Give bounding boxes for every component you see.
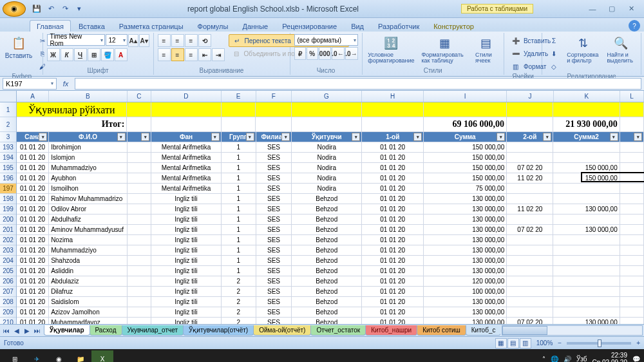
cell[interactable]: 01 01 20 [17, 153, 49, 163]
cell[interactable] [128, 194, 151, 204]
last-sheet-button[interactable]: ⏭ [32, 325, 43, 336]
cell[interactable]: SES [256, 214, 292, 225]
clock[interactable]: 22:39 Ср 02.09.20 [592, 352, 628, 362]
excel-taskbar-icon[interactable]: X [91, 350, 113, 362]
cell[interactable]: Behzod [292, 266, 362, 276]
cell[interactable]: SES [256, 266, 292, 276]
cell[interactable]: 1 [222, 142, 256, 153]
office-button[interactable]: ◉ [3, 1, 26, 17]
fill-color-button[interactable]: 🪣 [101, 48, 114, 61]
tab-data[interactable]: Данные [236, 21, 274, 32]
cell[interactable]: Muhammadziyo [49, 163, 128, 173]
sheet-tab[interactable]: Ойма-ой(отчёт) [253, 325, 311, 336]
cell[interactable]: 1 [222, 184, 256, 194]
grow-font-button[interactable]: A▴ [128, 34, 138, 47]
cell[interactable] [553, 276, 620, 287]
cell[interactable] [507, 194, 553, 204]
cell[interactable]: Ingliz tili [151, 225, 222, 235]
cell[interactable] [620, 245, 644, 256]
col-header[interactable]: B [49, 91, 128, 102]
cell[interactable]: 01 01 20 [17, 225, 49, 235]
tab-review[interactable]: Рецензирование [276, 21, 343, 32]
cell[interactable] [151, 117, 222, 132]
cell[interactable]: Nodira [292, 173, 362, 184]
cell[interactable]: Ingliz tili [151, 276, 222, 287]
col-header[interactable]: J [507, 91, 553, 102]
cell[interactable]: 130 000,00 [424, 235, 507, 245]
volume-icon[interactable]: 🔊 [564, 356, 571, 363]
start-button[interactable]: ⊞ [4, 350, 26, 362]
cell[interactable] [620, 184, 644, 194]
column-headers[interactable]: ABCDEFGHIJKL [17, 91, 644, 102]
cell[interactable] [128, 287, 151, 297]
cell[interactable]: 01 01 20 [362, 245, 424, 256]
table-header[interactable]: Сана [17, 132, 49, 142]
cell[interactable]: Mental Arifmetika [151, 173, 222, 184]
cell[interactable] [553, 194, 620, 204]
cell[interactable]: 1 [222, 204, 256, 214]
cell[interactable]: Behzod [292, 256, 362, 266]
cell[interactable]: 130 000,00 [424, 297, 507, 307]
cell[interactable] [507, 153, 553, 163]
cell[interactable]: Muhammadfayoz [49, 318, 128, 324]
cell[interactable]: Muhammadziyo [49, 245, 128, 256]
table-header[interactable] [128, 132, 151, 142]
cell[interactable] [222, 102, 256, 117]
redo-icon[interactable]: ↷ [59, 3, 71, 15]
row-header[interactable]: 199 [0, 204, 16, 214]
align-right-button[interactable]: ≡ [185, 48, 198, 61]
cell[interactable] [553, 153, 620, 163]
row-header[interactable]: 208 [0, 297, 16, 307]
cell[interactable] [256, 102, 292, 117]
cell[interactable]: SES [256, 204, 292, 214]
cell[interactable]: Ingliz tili [151, 204, 222, 214]
formula-input[interactable] [75, 78, 641, 90]
cell[interactable] [553, 307, 620, 318]
cell[interactable]: 2 [222, 307, 256, 318]
cell[interactable] [620, 204, 644, 214]
find-select-button[interactable]: 🔍Найти и выделить [605, 34, 637, 65]
subtotal-sum1[interactable]: 69 106 000,00 [424, 117, 507, 132]
zoom-out-button[interactable]: − [558, 339, 562, 347]
cell[interactable]: Nodira [292, 153, 362, 163]
cell[interactable] [507, 102, 553, 117]
cell[interactable] [507, 117, 553, 132]
cell[interactable]: Behzod [292, 225, 362, 235]
cell[interactable]: SES [256, 276, 292, 287]
cell[interactable] [362, 102, 424, 117]
cell[interactable]: Odilov Abror [49, 204, 128, 214]
cell[interactable] [553, 297, 620, 307]
cell[interactable] [507, 142, 553, 153]
cell[interactable]: Shahzoda [49, 256, 128, 266]
cell[interactable] [507, 214, 553, 225]
cell[interactable] [507, 266, 553, 276]
cell[interactable]: 01 01 20 [17, 256, 49, 266]
normal-view-button[interactable]: ▦ [495, 338, 507, 348]
cell[interactable]: 1 [222, 245, 256, 256]
sort-filter-button[interactable]: ⇅Сортировка и фильтр [564, 34, 601, 65]
cell[interactable]: Behzod [292, 307, 362, 318]
cell[interactable]: 01 01 20 [17, 287, 49, 297]
sheet-tab[interactable]: Отчет_остаток [310, 325, 366, 336]
row-header[interactable]: 195 [0, 163, 16, 173]
worksheet-grid[interactable]: ABCDEFGHIJKL 123193194195196197198199200… [0, 91, 644, 324]
cell[interactable]: 01 01 20 [17, 204, 49, 214]
cell[interactable] [507, 245, 553, 256]
cell[interactable]: 01 01 20 [17, 307, 49, 318]
cell[interactable]: Behzod [292, 204, 362, 214]
cell[interactable]: Asliddin [49, 266, 128, 276]
cell[interactable] [507, 235, 553, 245]
cell[interactable] [128, 225, 151, 235]
col-header[interactable]: A [17, 91, 49, 102]
cell[interactable] [620, 235, 644, 245]
cell[interactable]: SES [256, 235, 292, 245]
table-header[interactable]: Сумма2 [553, 132, 620, 142]
qat-dropdown-icon[interactable]: ▾ [73, 3, 85, 15]
cell[interactable]: 01 01 20 [362, 297, 424, 307]
cell[interactable]: Behzod [292, 235, 362, 245]
cell[interactable]: Ingliz tili [151, 214, 222, 225]
cell[interactable]: 150 000,00 [424, 173, 507, 184]
cell[interactable]: Dilafruz [49, 287, 128, 297]
cell[interactable]: 130 000,00 [424, 194, 507, 204]
cell[interactable]: 130 000,00 [553, 225, 620, 235]
